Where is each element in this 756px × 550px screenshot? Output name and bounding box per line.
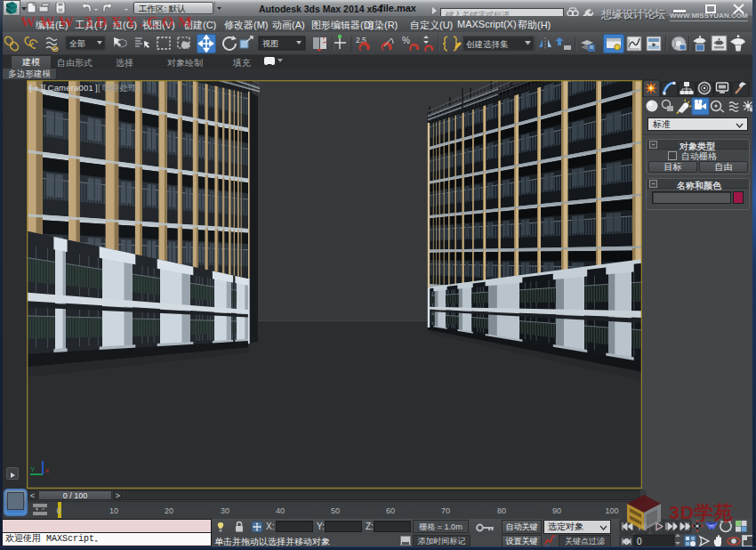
svg-text:%: %	[402, 36, 410, 45]
svg-text:x: x	[45, 466, 49, 474]
svg-text:全部: 全部	[69, 39, 85, 48]
svg-text:视图: 视图	[262, 39, 278, 48]
svg-text:0: 0	[637, 537, 642, 546]
svg-text:3D学苑: 3D学苑	[669, 502, 734, 522]
svg-text:Y: Y	[30, 465, 36, 473]
svg-text:创建选择集: 创建选择集	[466, 39, 509, 49]
